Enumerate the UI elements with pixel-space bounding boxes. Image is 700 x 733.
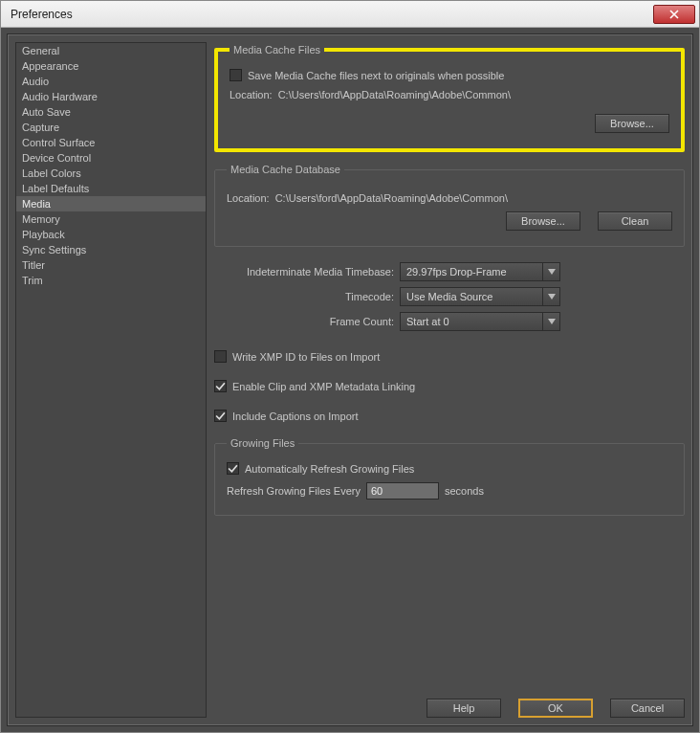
sidebar-item-titler[interactable]: Titler	[16, 257, 206, 273]
sidebar-item-trim[interactable]: Trim	[16, 273, 206, 288]
save-next-label: Save Media Cache files next to originals…	[248, 70, 504, 81]
mcd-browse-button[interactable]: Browse...	[506, 211, 580, 231]
sidebar-item-auto-save[interactable]: Auto Save	[16, 104, 206, 120]
save-next-row: Save Media Cache files next to originals…	[230, 69, 669, 81]
sidebar-item-media[interactable]: Media	[16, 196, 206, 211]
mcd-buttons: Browse... Clean	[227, 211, 672, 231]
write-xmp-checkbox[interactable]	[214, 350, 227, 363]
ok-button[interactable]: OK	[518, 699, 593, 718]
timebase-select[interactable]: 29.97fps Drop-Frame	[400, 262, 560, 281]
sidebar-item-audio[interactable]: Audio	[16, 74, 206, 89]
close-icon	[669, 10, 679, 19]
refresh-every-label: Refresh Growing Files Every	[227, 485, 361, 497]
titlebar: Preferences	[1, 1, 699, 28]
timecode-value: Use Media Source	[406, 291, 493, 302]
mcf-location-row: Location: C:\Users\ford\AppData\Roaming\…	[230, 89, 669, 100]
growing-files-group: Growing Files Automatically Refresh Grow…	[214, 437, 685, 516]
mcf-buttons: Browse...	[230, 114, 669, 133]
auto-refresh-row: Automatically Refresh Growing Files	[227, 462, 672, 475]
sidebar-item-audio-hardware[interactable]: Audio Hardware	[16, 89, 206, 104]
media-cache-database-group: Media Cache Database Location: C:\Users\…	[214, 164, 685, 247]
growing-files-legend: Growing Files	[227, 437, 298, 449]
mcd-location-row: Location: C:\Users\ford\AppData\Roaming\…	[227, 192, 672, 204]
media-cache-database-legend: Media Cache Database	[227, 164, 344, 175]
timebase-label: Indeterminate Media Timebase:	[214, 266, 394, 278]
preferences-window: Preferences General Appearance Audio Aud…	[0, 0, 700, 733]
include-captions-row: Include Captions on Import	[214, 410, 685, 422]
window-title: Preferences	[11, 8, 653, 21]
chevron-down-icon	[542, 313, 559, 330]
dropdown-section: Indeterminate Media Timebase: 29.97fps D…	[214, 256, 685, 337]
help-button[interactable]: Help	[427, 699, 501, 718]
write-xmp-row: Write XMP ID to Files on Import	[214, 350, 685, 363]
seconds-label: seconds	[445, 485, 484, 497]
mcf-location-value: C:\Users\ford\AppData\Roaming\Adobe\Comm…	[278, 89, 511, 100]
mcf-browse-button[interactable]: Browse...	[595, 114, 669, 133]
check-icon	[215, 381, 226, 391]
chevron-down-icon	[542, 288, 559, 305]
timecode-select[interactable]: Use Media Source	[400, 287, 560, 306]
enable-clip-checkbox[interactable]	[214, 380, 227, 392]
sidebar-item-sync-settings[interactable]: Sync Settings	[16, 242, 206, 257]
category-sidebar: General Appearance Audio Audio Hardware …	[15, 42, 207, 718]
sidebar-item-appearance[interactable]: Appearance	[16, 58, 206, 74]
chevron-down-icon	[542, 263, 559, 280]
timecode-row: Timecode: Use Media Source	[214, 287, 685, 306]
framecount-select[interactable]: Start at 0	[400, 312, 560, 331]
sidebar-item-label-defaults[interactable]: Label Defaults	[16, 181, 206, 196]
media-cache-files-group: Media Cache Files Save Media Cache files…	[214, 44, 685, 152]
include-captions-label: Include Captions on Import	[232, 411, 358, 422]
sidebar-item-memory[interactable]: Memory	[16, 211, 206, 227]
mcd-clean-button[interactable]: Clean	[598, 211, 672, 231]
close-button[interactable]	[653, 5, 695, 24]
dialog-body: General Appearance Audio Audio Hardware …	[7, 33, 693, 726]
check-icon	[228, 463, 238, 474]
check-icon	[215, 411, 226, 421]
refresh-every-input[interactable]: 60	[366, 482, 439, 500]
write-xmp-label: Write XMP ID to Files on Import	[232, 351, 380, 363]
cancel-button[interactable]: Cancel	[610, 699, 685, 718]
enable-clip-row: Enable Clip and XMP Metadata Linking	[214, 380, 685, 392]
save-next-checkbox[interactable]	[230, 69, 242, 81]
framecount-row: Frame Count: Start at 0	[214, 312, 685, 331]
sidebar-item-device-control[interactable]: Device Control	[16, 150, 206, 166]
framecount-value: Start at 0	[406, 316, 449, 327]
timebase-row: Indeterminate Media Timebase: 29.97fps D…	[214, 262, 685, 281]
auto-refresh-label: Automatically Refresh Growing Files	[245, 463, 414, 475]
enable-clip-label: Enable Clip and XMP Metadata Linking	[232, 381, 415, 392]
mcd-location-label: Location:	[227, 192, 270, 204]
sidebar-item-general[interactable]: General	[16, 43, 206, 58]
sidebar-item-capture[interactable]: Capture	[16, 120, 206, 135]
timebase-value: 29.97fps Drop-Frame	[406, 266, 507, 278]
dialog-footer: Help OK Cancel	[15, 699, 685, 718]
settings-panel: Media Cache Files Save Media Cache files…	[214, 42, 685, 718]
sidebar-item-control-surface[interactable]: Control Surface	[16, 135, 206, 150]
mcd-location-value: C:\Users\ford\AppData\Roaming\Adobe\Comm…	[275, 192, 508, 204]
mcf-location-label: Location:	[230, 89, 273, 100]
timecode-label: Timecode:	[214, 291, 394, 302]
media-cache-files-legend: Media Cache Files	[230, 44, 324, 56]
sidebar-item-label-colors[interactable]: Label Colors	[16, 166, 206, 181]
auto-refresh-checkbox[interactable]	[227, 462, 239, 475]
include-captions-checkbox[interactable]	[214, 410, 227, 422]
sidebar-item-playback[interactable]: Playback	[16, 227, 206, 242]
refresh-every-row: Refresh Growing Files Every 60 seconds	[227, 482, 672, 500]
framecount-label: Frame Count:	[214, 316, 394, 327]
